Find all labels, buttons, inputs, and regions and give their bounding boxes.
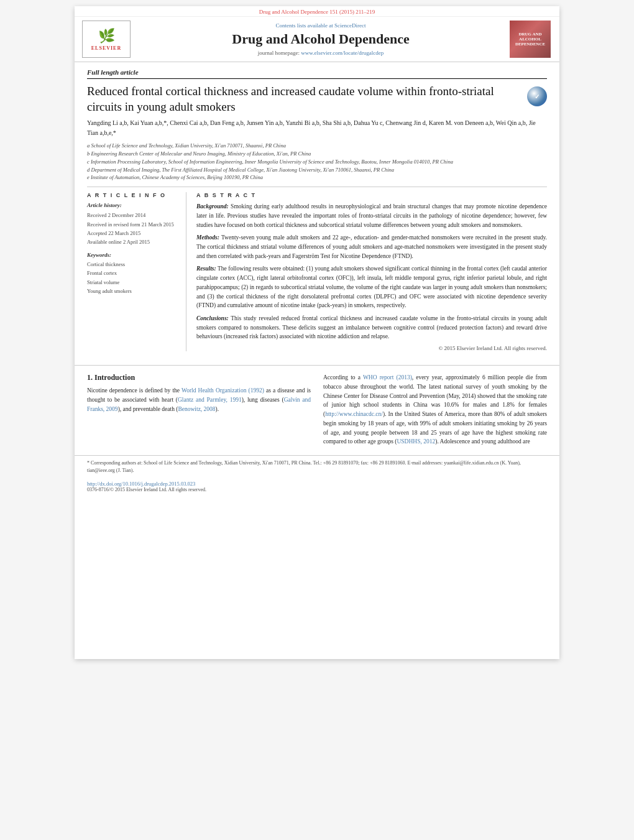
journal-thumbnail: DRUG AND ALCOHOL DEPENDENCE <box>510 21 552 58</box>
section-divider <box>75 365 559 366</box>
elsevier-logo: 🌿 ELSEVIER <box>82 21 132 58</box>
journal-homepage: journal homepage: www.elsevier.com/locat… <box>137 50 505 56</box>
crossmark-icon[interactable]: ✓ <box>527 86 547 106</box>
affil-d: d Department of Medical Imaging, The Fir… <box>87 166 547 174</box>
background-text: Smoking during early adulthood results i… <box>196 203 547 228</box>
methods-text: Twenty-seven young male adult smokers an… <box>196 234 547 259</box>
elsevier-wordmark: ELSEVIER <box>91 45 121 51</box>
abstract-column: A B S T R A C T Background: Smoking duri… <box>196 192 547 351</box>
article-info-column: A R T I C L E I N F O Article history: R… <box>87 192 186 351</box>
affiliations: a School of Life Science and Technology,… <box>87 142 547 182</box>
header-center: Contents lists available at ScienceDirec… <box>137 22 505 56</box>
affil-c: c Information Processing Laboratory, Sch… <box>87 158 547 166</box>
sciencedirect-label: Contents lists available at ScienceDirec… <box>276 22 366 29</box>
keyword-4: Young adult smokers <box>87 287 178 295</box>
accepted-date: Accepted 22 March 2015 <box>87 229 178 238</box>
article-title-row: Reduced frontal cortical thickness and i… <box>87 84 547 114</box>
intro-number: 1. <box>87 373 93 382</box>
footnote-area: * Corresponding authors at: School of Li… <box>75 455 559 478</box>
received-date: Received 2 December 2014 <box>87 211 178 219</box>
available-date: Available online 2 April 2015 <box>87 238 178 246</box>
keyword-3: Striatal volume <box>87 278 178 287</box>
article-history-label: Article history: <box>87 202 178 208</box>
keywords-label: Keywords: <box>87 252 178 258</box>
intro-col-left: 1. Introduction Nicotine dependence is d… <box>87 373 311 450</box>
journal-cover-text: DRUG AND ALCOHOL DEPENDENCE <box>511 32 549 47</box>
glantz-link[interactable]: Glantz and Parmley, 1991 <box>178 397 242 403</box>
footnote-text: * Corresponding authors at: School of Li… <box>87 459 547 474</box>
sciencedirect-link: Contents lists available at ScienceDirec… <box>137 22 505 29</box>
abstract-heading: A B S T R A C T <box>196 192 547 198</box>
journal-bar: Drug and Alcohol Dependence 151 (2015) 2… <box>75 6 559 17</box>
usdhhs-link[interactable]: USDHHS, 2012 <box>397 438 435 445</box>
intro-title: 1. Introduction <box>87 373 311 382</box>
journal-cover-image: DRUG AND ALCOHOL DEPENDENCE <box>510 21 551 58</box>
article-title: Reduced frontal cortical thickness and i… <box>87 84 522 114</box>
benowitz-link[interactable]: Benowitz, 2008 <box>178 406 215 412</box>
who-link[interactable]: World Health Organization (1992) <box>181 387 264 394</box>
homepage-url[interactable]: www.elsevier.com/locate/drugalcdep <box>301 50 384 56</box>
homepage-label: journal homepage: <box>258 50 300 56</box>
intro-para-2: According to a WHO report (2013), every … <box>323 373 547 446</box>
intro-para-1: Nicotine dependence is defined by the Wo… <box>87 386 311 413</box>
methods-label: Methods: <box>196 234 219 241</box>
affil-a: a School of Life Science and Technology,… <box>87 142 547 150</box>
conclusions-text: This study revealed reduced frontal cort… <box>196 315 547 339</box>
keyword-2: Frontal cortex <box>87 269 178 277</box>
journal-title: Drug and Alcohol Dependence <box>137 31 505 47</box>
abstract-results: Results: The following results were obta… <box>196 264 547 310</box>
issn-text: 0376-8716/© 2015 Elsevier Ireland Ltd. A… <box>87 487 547 492</box>
doi-area: http://dx.doi.org/10.1016/j.drugalcdep.2… <box>75 478 559 494</box>
revised-date: Received in revised form 21 March 2015 <box>87 220 178 229</box>
keyword-1: Cortical thickness <box>87 260 178 269</box>
abstract-background: Background: Smoking during early adultho… <box>196 202 547 229</box>
page: Drug and Alcohol Dependence 151 (2015) 2… <box>75 6 559 659</box>
intro-col-right: According to a WHO report (2013), every … <box>323 373 547 450</box>
authors-text: Yangding Li a,b, Kai Yuan a,b,*, Chenxi … <box>87 119 536 136</box>
authors: Yangding Li a,b, Kai Yuan a,b,*, Chenxi … <box>87 118 547 138</box>
conclusions-label: Conclusions: <box>196 315 229 321</box>
article-info-heading: A R T I C L E I N F O <box>87 192 178 198</box>
header: 🌿 ELSEVIER Contents lists available at S… <box>75 17 559 62</box>
article-info-abstract: A R T I C L E I N F O Article history: R… <box>87 187 547 351</box>
affil-b: b Engineering Research Center of Molecul… <box>87 150 547 158</box>
doi-link[interactable]: http://dx.doi.org/10.1016/j.drugalcdep.2… <box>87 481 547 487</box>
background-label: Background: <box>196 203 229 210</box>
results-text: The following results were obtained: (1)… <box>196 265 547 308</box>
who-report-link[interactable]: WHO report (2013) <box>363 374 412 381</box>
article-type: Full length article <box>87 68 547 79</box>
abstract-conclusions: Conclusions: This study revealed reduced… <box>196 314 547 341</box>
results-label: Results: <box>196 265 216 272</box>
abstract-methods: Methods: Twenty-seven young male adult s… <box>196 233 547 261</box>
copyright-notice: © 2015 Elsevier Ireland Ltd. All rights … <box>196 345 547 351</box>
intro-heading: Introduction <box>94 373 135 382</box>
chinacdc-link[interactable]: http://www.chinacdc.cn/ <box>325 411 383 417</box>
introduction-section: 1. Introduction Nicotine dependence is d… <box>75 373 559 450</box>
affil-e: e Institute of Automation, Chinese Acade… <box>87 173 547 182</box>
article-content: Full length article Reduced frontal cort… <box>75 62 559 358</box>
tree-icon: 🌿 <box>98 28 115 44</box>
journal-citation: Drug and Alcohol Dependence 151 (2015) 2… <box>259 9 375 15</box>
